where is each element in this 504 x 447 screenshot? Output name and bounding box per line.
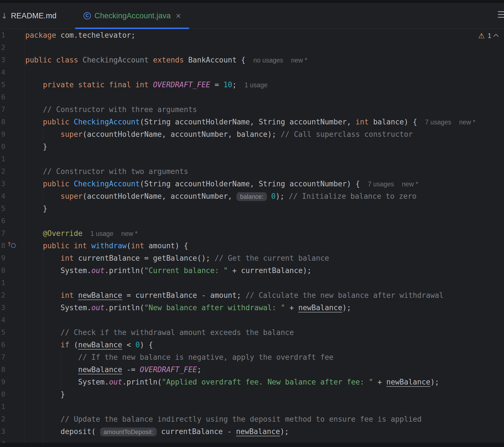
line-number[interactable]: 2 [1, 413, 23, 425]
code-token: System. [25, 378, 109, 386]
line-number[interactable]: 5 [1, 79, 23, 91]
code-vision-hint[interactable]: 7 usages [425, 119, 451, 126]
code-line[interactable]: 9 int currentBalance = getBalance(); // … [0, 252, 504, 264]
code-line[interactable]: 6 if (newBalance < 0) { [0, 339, 504, 351]
code-line[interactable]: 0 } [0, 140, 504, 153]
line-number[interactable]: 3 [1, 54, 23, 66]
inspections-widget[interactable]: ⚠ 1 [478, 32, 498, 40]
line-number[interactable]: 1 [1, 277, 23, 289]
code-line[interactable]: 8 newBalance -= OVERDRAFT_FEE; [0, 363, 504, 376]
code-line[interactable]: 1 [0, 277, 504, 289]
code-line[interactable]: 1 [0, 153, 504, 165]
line-number[interactable]: 6 [1, 215, 23, 227]
code-line[interactable]: 8↑ public int withdraw(int amount) { [0, 240, 504, 252]
arrow-down-icon: ↓ [1, 12, 8, 20]
code-line[interactable]: 3public class CheckingAccount extends Ba… [0, 54, 504, 66]
code-line[interactable]: 4 super(accountHolderName, accountNumber… [0, 190, 504, 202]
line-number[interactable]: 4 [1, 314, 23, 326]
line-number[interactable]: 9 [1, 252, 23, 264]
tab-readme[interactable]: ↓ README.md [0, 3, 68, 29]
line-number[interactable]: 7 [1, 103, 23, 116]
code-editor[interactable]: 1package com.techelevator;23public class… [0, 29, 504, 447]
code-token: currentBalance - [157, 427, 236, 436]
code-line[interactable]: 1package com.techelevator; [0, 29, 504, 41]
line-number[interactable]: 4 [1, 190, 23, 202]
code-line[interactable]: 0 System.out.println("Current balance: "… [0, 264, 504, 277]
code-line[interactable]: 5 // Check if the withdrawal amount exce… [0, 326, 504, 339]
code-vision-hint[interactable]: new * [459, 119, 476, 126]
line-number[interactable]: 7 [1, 227, 23, 240]
line-number[interactable]: 5 [1, 202, 23, 215]
line-number[interactable]: 8 [1, 116, 23, 128]
line-number[interactable]: 0 [1, 388, 23, 401]
line-number[interactable]: 9 [1, 376, 23, 388]
line-number[interactable]: 0 [1, 264, 23, 277]
chevron-up-icon[interactable] [493, 34, 498, 39]
code-line[interactable]: 1 [0, 401, 504, 413]
indent-guide [43, 128, 43, 140]
code-line[interactable]: 3 deposit( amountToDeposit: currentBalan… [0, 425, 504, 438]
code-token: ); [280, 427, 289, 436]
line-number[interactable]: 7 [1, 351, 23, 363]
code-token: // Check if the withdrawal amount exceed… [25, 328, 294, 337]
close-tab-icon[interactable]: × [176, 12, 181, 20]
code-line[interactable]: 3 System.out.println("New balance after … [0, 301, 504, 314]
code-token [78, 56, 83, 64]
code-token: // Call superclass constructor [281, 130, 413, 138]
code-line[interactable]: 5 private static final int OVERDRAFT_FEE… [0, 79, 504, 91]
code-vision-hint[interactable]: 7 usages [368, 180, 394, 188]
code-line[interactable]: 5 } [0, 202, 504, 215]
line-number[interactable]: 3 [1, 425, 23, 438]
code-vision-hint[interactable]: new * [402, 180, 418, 188]
line-number[interactable]: 8 [1, 363, 23, 376]
code-token: + currentBalance); [228, 266, 311, 275]
code-line[interactable]: 9 super(accountHolderName, accountNumber… [0, 128, 504, 140]
code-line[interactable]: 7 // If the new balance is negative, app… [0, 351, 504, 363]
code-token: (String accountHolderName, String accoun… [140, 118, 356, 126]
code-line[interactable]: 9 System.out.println("Applied overdraft … [0, 376, 504, 388]
code-token: int [356, 118, 369, 126]
line-number[interactable]: 2 [1, 289, 23, 301]
code-line[interactable]: 2 [0, 41, 504, 54]
line-number[interactable]: 9 [1, 128, 23, 140]
line-number[interactable]: 6 [1, 339, 23, 351]
line-number[interactable]: 6 [1, 91, 23, 103]
code-token: int [131, 242, 144, 250]
code-line[interactable]: 8 public CheckingAccount(String accountH… [0, 116, 504, 128]
java-class-icon: C [84, 12, 91, 19]
line-number[interactable]: 2 [1, 165, 23, 178]
code-line[interactable]: 3 public CheckingAccount(String accountH… [0, 178, 504, 190]
line-number[interactable]: 3 [1, 301, 23, 314]
line-number[interactable]: 0 [1, 140, 23, 153]
line-number[interactable]: 4 [1, 66, 23, 79]
code-text: } [25, 140, 47, 153]
hamburger-menu-icon[interactable] [498, 11, 504, 18]
code-line[interactable]: 6 [0, 215, 504, 227]
code-vision-hint[interactable]: new * [291, 57, 307, 64]
line-number[interactable]: 2 [1, 41, 23, 54]
line-number[interactable]: 1 [1, 401, 23, 413]
tab-checkingaccount-java[interactable]: C CheckingAccount.java × [75, 3, 189, 29]
line-number[interactable]: 5 [1, 326, 23, 339]
line-number[interactable]: 1 [1, 153, 23, 165]
code-token: .println( [105, 303, 144, 312]
code-line[interactable]: 4 [0, 314, 504, 326]
code-vision-hint[interactable]: no usages [253, 57, 283, 64]
code-line[interactable]: 0 } [0, 388, 504, 401]
window-top-strip [0, 0, 504, 3]
code-token: newBalance [78, 341, 122, 349]
overrides-method-icon[interactable]: ↑ [7, 242, 16, 250]
code-vision-hint[interactable]: 1 usage [91, 230, 114, 237]
code-line[interactable]: 4 [0, 66, 504, 79]
code-line[interactable]: 6 [0, 91, 504, 103]
code-line[interactable]: 7 @Override1 usagenew * [0, 227, 504, 240]
code-line[interactable]: 7 // Constructor with three arguments [0, 103, 504, 116]
code-token: int [60, 254, 74, 262]
line-number[interactable]: 3 [1, 178, 23, 190]
code-vision-hint[interactable]: new * [121, 230, 138, 237]
code-line[interactable]: 2 // Update the balance indirectly using… [0, 413, 504, 425]
code-line[interactable]: 2 int newBalance = currentBalance - amou… [0, 289, 504, 301]
code-vision-hint[interactable]: 1 usage [244, 81, 267, 89]
line-number[interactable]: 1 [1, 29, 23, 41]
code-line[interactable]: 2 // Constructor with two arguments [0, 165, 504, 178]
